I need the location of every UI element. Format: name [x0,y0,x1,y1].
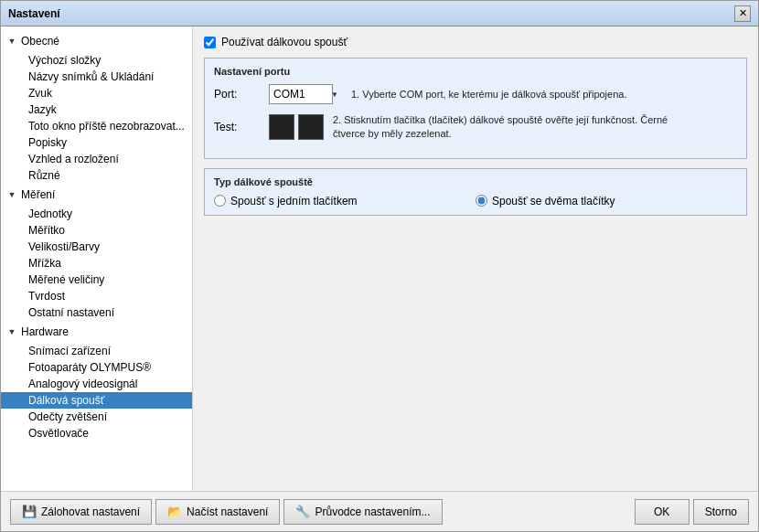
sidebar-item-ostatni[interactable]: Ostatní nastavení [1,304,192,321]
sidebar-group-mereni[interactable]: ▼ Měření [1,184,192,206]
sidebar-group-obecne[interactable]: ▼ Obecné [1,30,192,52]
test-square-2 [298,114,324,140]
sidebar-item-popisky[interactable]: Popisky [1,134,192,151]
test-row: Test: 2. Stisknutím tlačítka (tlačítek) … [214,113,737,142]
cancel-button[interactable]: Storno [693,499,749,525]
test-squares [269,114,324,140]
port-section: Nastavení portu Port: COM1 COM2 COM3 COM… [204,58,747,159]
ok-button[interactable]: OK [635,499,690,525]
sidebar-item-nazvy-snimku[interactable]: Názvy snímků & Ukládání [1,69,192,85]
sidebar-item-odecty[interactable]: Odečty zvětšení [1,409,192,425]
port-note: 1. Vyberte COM port, ke kterému je dálko… [351,89,626,100]
type-section-title: Typ dálkové spouště [214,176,737,187]
sidebar-item-toto-okno[interactable]: Toto okno příště nezobrazovat... [1,118,192,134]
wizard-icon: 🔧 [295,505,310,518]
port-select-wrap[interactable]: COM1 COM2 COM3 COM4 [269,84,342,104]
radio-option-single: Spoušť s jedním tlačítkem [214,195,476,207]
sidebar-item-tvrdost[interactable]: Tvrdost [1,288,192,304]
sidebar-item-dalkova[interactable]: Dálková spoušť [1,392,192,409]
sidebar-item-jednotky[interactable]: Jednotky [1,206,192,222]
backup-label: Zálohovat nastavení [41,505,140,518]
load-button[interactable]: 📂 Načíst nastavení [155,499,280,525]
backup-icon: 💾 [22,505,37,518]
sidebar-item-analogovy[interactable]: Analogový videosignál [1,376,192,392]
backup-button[interactable]: 💾 Zálohovat nastavení [10,499,152,525]
sidebar-item-fotoaparaty[interactable]: Fotoaparáty OLYMPUS® [1,359,192,376]
sidebar-item-osvetlovace[interactable]: Osvětlovače [1,425,192,442]
sidebar-group-hardware-label: Hardware [21,325,69,338]
type-section: Typ dálkové spouště Spoušť s jedním tlač… [204,168,747,216]
cancel-label: Storno [705,505,737,518]
dialog-window: Nastavení ✕ ▼ Obecné Výchozí složky Názv… [0,0,759,532]
test-note: 2. Stisknutím tlačítka (tlačítek) dálkov… [333,113,680,142]
sidebar-item-merene-veliciny[interactable]: Měřené veličiny [1,271,192,288]
load-icon: 📂 [167,505,182,518]
expander-obecne: ▼ [5,34,19,48]
port-row: Port: COM1 COM2 COM3 COM4 1. Vyberte COM… [214,84,737,104]
sidebar-item-meritko[interactable]: Měřítko [1,222,192,239]
sidebar-item-zvuk[interactable]: Zvuk [1,85,192,101]
dialog-body: ▼ Obecné Výchozí složky Názvy snímků & U… [1,27,758,491]
radio-single[interactable] [214,195,226,207]
radio-double[interactable] [476,195,487,207]
main-content: Používat dálkovou spoušť Nastavení portu… [193,27,758,491]
sidebar-item-jazyk[interactable]: Jazyk [1,101,192,118]
wizard-label: Průvodce nastavením... [315,505,430,518]
expander-hardware: ▼ [5,325,19,339]
use-remote-label[interactable]: Používat dálkovou spoušť [221,36,347,48]
port-section-title: Nastavení portu [214,66,737,77]
radio-row: Spoušť s jedním tlačítkem Spoušť se dvěm… [214,195,737,207]
ok-label: OK [654,505,669,518]
use-remote-checkbox[interactable] [204,37,216,48]
expander-mereni: ▼ [5,187,19,202]
sidebar-group-mereni-label: Měření [21,188,55,201]
port-label: Port: [214,88,269,101]
radio-single-label[interactable]: Spoušť s jedním tlačítkem [230,195,358,207]
test-label: Test: [214,121,269,133]
sidebar: ▼ Obecné Výchozí složky Názvy snímků & U… [1,27,193,491]
title-bar: Nastavení ✕ [1,1,758,27]
sidebar-item-vzhled[interactable]: Vzhled a rozložení [1,151,192,167]
radio-double-label[interactable]: Spoušť se dvěma tlačítky [492,195,615,207]
sidebar-group-hardware[interactable]: ▼ Hardware [1,321,192,343]
sidebar-item-mrizka[interactable]: Mřížka [1,255,192,271]
checkbox-row: Používat dálkovou spoušť [204,36,747,48]
sidebar-item-vychozi-slozky[interactable]: Výchozí složky [1,52,192,69]
wizard-button[interactable]: 🔧 Průvodce nastavením... [283,499,442,525]
radio-option-double: Spoušť se dvěma tlačítky [476,195,737,207]
sidebar-item-snimaci[interactable]: Snímací zařízení [1,343,192,359]
sidebar-item-velikosti[interactable]: Velikosti/Barvy [1,239,192,255]
sidebar-item-ruzne[interactable]: Různé [1,167,192,184]
load-label: Načíst nastavení [187,505,268,518]
port-select[interactable]: COM1 COM2 COM3 COM4 [269,84,333,104]
close-button[interactable]: ✕ [734,5,751,22]
test-square-1 [269,114,294,140]
sidebar-group-obecne-label: Obecné [21,35,59,48]
window-title: Nastavení [8,7,60,20]
dialog-footer: 💾 Zálohovat nastavení 📂 Načíst nastavení… [1,491,758,531]
